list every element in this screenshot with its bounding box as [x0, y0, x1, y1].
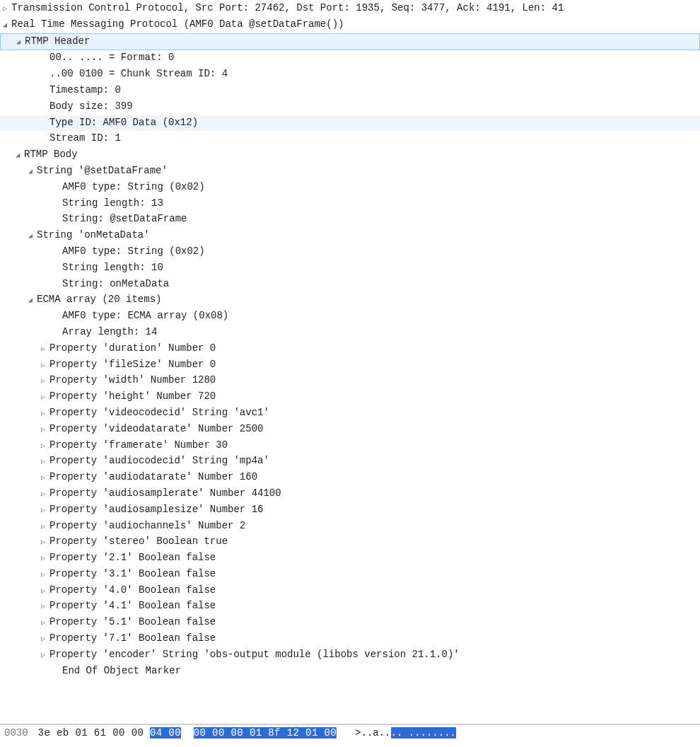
hex-ascii-pre: >..a.. [355, 727, 390, 739]
chevron-right-icon[interactable] [41, 407, 49, 422]
node-label: Timestamp: 0 [49, 84, 121, 95]
chevron-right-icon[interactable] [41, 568, 49, 583]
hex-bytes-gap [181, 727, 194, 739]
tree-node-property[interactable]: Property '7.1' Boolean false [0, 631, 700, 647]
tree-node-property[interactable]: Property 'audiosamplerate' Number 44100 [0, 486, 700, 502]
chevron-down-icon[interactable] [16, 149, 24, 163]
tree-node-string-onmetadata[interactable]: String 'onMetaData' [0, 228, 700, 244]
node-label: Property '7.1' Boolean false [49, 632, 216, 644]
hex-bytes-selection: 04 00 [150, 727, 181, 739]
chevron-right-icon[interactable] [41, 471, 49, 486]
chevron-right-icon[interactable] [41, 504, 49, 519]
tree-node-property[interactable]: Property 'duration' Number 0 [0, 341, 700, 357]
node-label: Property '5.1' Boolean false [49, 616, 216, 627]
node-label: String: onMetaData [62, 278, 169, 289]
tree-node[interactable]: AMF0 type: String (0x02) [0, 244, 700, 260]
tree-node[interactable]: String: onMetaData [0, 277, 700, 293]
node-label: Property 'framerate' Number 30 [49, 439, 228, 451]
chevron-right-icon[interactable] [41, 520, 49, 535]
tree-node-property[interactable]: Property '4.0' Boolean false [0, 583, 700, 599]
node-label: ..00 0100 = Chunk Stream ID: 4 [49, 68, 228, 79]
hex-bytes-selection: 00 00 00 01 8f 12 01 00 [194, 727, 337, 739]
tree-node-property[interactable]: Property 'audiodatarate' Number 160 [0, 470, 700, 486]
tree-node-stream-id[interactable]: Stream ID: 1 [0, 131, 700, 147]
tree-node-rtmp-body[interactable]: RTMP Body [0, 147, 700, 163]
tree-node-property[interactable]: Property 'audiocodecid' String 'mp4a' [0, 453, 700, 470]
tree-node[interactable]: Array length: 14 [0, 325, 700, 341]
node-label: AMF0 type: String (0x02) [62, 245, 205, 257]
tree-node-property[interactable]: Property '5.1' Boolean false [0, 615, 700, 631]
node-label: Property '4.0' Boolean false [49, 584, 216, 596]
tree-node-format[interactable]: 00.. .... = Format: 0 [0, 50, 700, 66]
chevron-down-icon[interactable] [28, 229, 37, 244]
tree-node-property[interactable]: Property 'stereo' Boolean true [0, 534, 700, 550]
tree-node[interactable]: AMF0 type: ECMA array (0x08) [0, 308, 700, 325]
tree-node-ecma-array[interactable]: ECMA array (20 items) [0, 292, 700, 308]
chevron-down-icon[interactable] [28, 165, 37, 180]
hex-dump-row[interactable]: 0030 3e eb 01 61 00 00 04 00 00 00 00 01… [0, 725, 700, 741]
tree-node-property[interactable]: Property 'encoder' String 'obs-output mo… [0, 647, 700, 664]
chevron-right-icon[interactable] [41, 616, 49, 631]
node-label: RTMP Body [24, 149, 78, 160]
node-label: Real Time Messaging Protocol (AMF0 Data … [11, 18, 344, 30]
node-label: Property 'videocodecid' String 'avc1' [49, 407, 269, 418]
tree-node-end-marker[interactable]: End Of Object Marker [0, 664, 700, 680]
tree-node-property[interactable]: Property 'videodatarate' Number 2500 [0, 422, 700, 438]
chevron-right-icon[interactable] [3, 2, 11, 17]
node-label: Property 'stereo' Boolean true [49, 535, 228, 547]
node-label: Property 'width' Number 1280 [49, 374, 216, 386]
chevron-right-icon[interactable] [41, 487, 49, 502]
chevron-right-icon[interactable] [41, 439, 49, 454]
chevron-right-icon[interactable] [41, 552, 49, 567]
tree-node[interactable]: String: @setDataFrame [0, 212, 700, 228]
tree-node-property[interactable]: Property 'videocodecid' String 'avc1' [0, 405, 700, 422]
chevron-right-icon[interactable] [41, 632, 49, 647]
node-label: Property 'audiodatarate' Number 160 [49, 471, 257, 482]
chevron-right-icon[interactable] [41, 423, 49, 438]
tree-node-property[interactable]: Property 'framerate' Number 30 [0, 438, 700, 454]
chevron-down-icon[interactable] [3, 18, 11, 33]
node-label: String length: 13 [62, 197, 163, 209]
node-label: Property 'encoder' String 'obs-output mo… [49, 649, 460, 660]
tree-node-timestamp[interactable]: Timestamp: 0 [0, 83, 700, 99]
chevron-right-icon[interactable] [41, 455, 49, 470]
node-label: Property 'duration' Number 0 [49, 342, 216, 354]
tree-node-property[interactable]: Property 'audiosamplesize' Number 16 [0, 502, 700, 519]
tree-node-property[interactable]: Property 'width' Number 1280 [0, 373, 700, 389]
tree-node-property[interactable]: Property '3.1' Boolean false [0, 567, 700, 583]
node-label: Type ID: AMF0 Data (0x12) [49, 117, 198, 128]
node-label: 00.. .... = Format: 0 [49, 52, 174, 63]
chevron-right-icon[interactable] [41, 342, 49, 357]
tree-node-property[interactable]: Property 'audiochannels' Number 2 [0, 519, 700, 535]
tree-node-property[interactable]: Property 'fileSize' Number 0 [0, 357, 700, 374]
tree-node[interactable]: String length: 10 [0, 260, 700, 277]
chevron-right-icon[interactable] [41, 584, 49, 599]
tree-node-chunk-id[interactable]: ..00 0100 = Chunk Stream ID: 4 [0, 66, 700, 83]
hex-ascii-selection: .. ........ [391, 727, 456, 739]
hex-ascii[interactable]: >..a.... ........ [355, 727, 456, 739]
tree-node-property[interactable]: Property '2.1' Boolean false [0, 550, 700, 567]
tree-node-type-id[interactable]: Type ID: AMF0 Data (0x12) [0, 115, 700, 132]
node-label: Property 'videodatarate' Number 2500 [49, 423, 263, 434]
hex-offset: 0030 [4, 727, 38, 739]
tree-node-rtmp[interactable]: Real Time Messaging Protocol (AMF0 Data … [0, 17, 700, 33]
packet-details-tree[interactable]: Transmission Control Protocol, Src Port:… [0, 0, 700, 725]
tree-node-tcp[interactable]: Transmission Control Protocol, Src Port:… [0, 1, 700, 17]
chevron-right-icon[interactable] [41, 600, 49, 615]
chevron-right-icon[interactable] [41, 535, 49, 550]
chevron-right-icon[interactable] [41, 390, 49, 405]
chevron-down-icon[interactable] [28, 294, 37, 308]
tree-node-rtmp-header[interactable]: RTMP Header [0, 33, 700, 51]
tree-node-property[interactable]: Property '4.1' Boolean false [0, 598, 700, 615]
tree-node-property[interactable]: Property 'height' Number 720 [0, 389, 700, 405]
chevron-right-icon[interactable] [41, 374, 49, 389]
tree-node-string-setdataframe[interactable]: String '@setDataFrame' [0, 163, 700, 180]
chevron-right-icon[interactable] [41, 359, 49, 374]
node-label: RTMP Header [25, 35, 90, 47]
chevron-right-icon[interactable] [41, 649, 49, 664]
tree-node-body-size[interactable]: Body size: 399 [0, 99, 700, 115]
tree-node[interactable]: AMF0 type: String (0x02) [0, 180, 700, 196]
tree-node[interactable]: String length: 13 [0, 196, 700, 212]
chevron-down-icon[interactable] [16, 35, 25, 50]
hex-bytes[interactable]: 3e eb 01 61 00 00 04 00 00 00 00 01 8f 1… [38, 727, 337, 739]
